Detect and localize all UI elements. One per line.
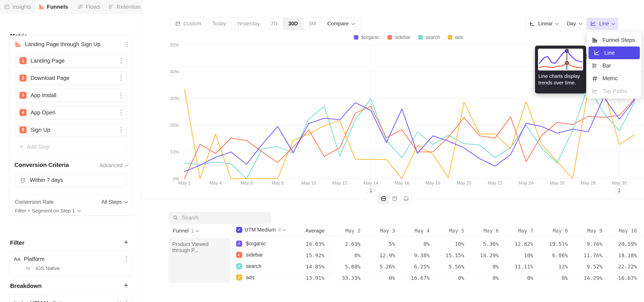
remove-breakdown-icon[interactable]: ✕ xyxy=(117,300,122,302)
menu-item-line[interactable]: Line xyxy=(588,46,640,59)
filter-card[interactable]: Aa Platform Is iOS Native xyxy=(9,251,132,277)
advanced-dropdown[interactable]: Advanced xyxy=(100,162,128,168)
funnel-step-2[interactable]: 2 Download Page xyxy=(15,72,127,84)
filter-segment-label: Filter + Segment on Step 1 xyxy=(15,208,75,214)
row-checkbox[interactable]: ✓ xyxy=(236,252,242,258)
retention-icon xyxy=(108,4,114,10)
row-checkbox[interactable]: ✓ xyxy=(236,240,242,247)
layout-chart-only-button[interactable] xyxy=(389,193,400,204)
layout-table-only-button[interactable] xyxy=(400,193,412,204)
menu-item-bar[interactable]: Bar xyxy=(587,59,641,72)
funnel-header-label: Funnel xyxy=(173,228,189,234)
string-property-icon: Aa xyxy=(20,300,27,302)
calendar-icon xyxy=(175,21,180,26)
step-kebab-icon[interactable] xyxy=(120,57,122,64)
funnel-title-row[interactable]: Landing Page through Sign Up xyxy=(14,39,129,50)
filter-segment-dropdown[interactable]: Filter + Segment on Step 1 xyxy=(15,208,80,214)
funnel-step-4[interactable]: 4 App Open xyxy=(15,106,127,119)
report-tabbar: Insights Funnels Flows Retent xyxy=(0,0,142,14)
legend-item-organic[interactable]: $organic xyxy=(354,34,380,40)
step-number-badge: 5 xyxy=(20,126,26,134)
drag-handle-icon[interactable] xyxy=(14,301,17,302)
funnel-step-1[interactable]: 1 Landing Page xyxy=(15,54,127,67)
table-row-sidebar[interactable]: ✓ sidebar xyxy=(236,249,263,260)
top-paths-icon xyxy=(592,88,598,94)
scale-label: Linear xyxy=(538,21,552,27)
funnel-metric-icon xyxy=(14,41,21,48)
cell-value: 22.22% xyxy=(593,264,637,270)
x-axis-tick: May 14 xyxy=(364,180,378,186)
funnels-icon xyxy=(38,4,44,10)
range-3m[interactable]: 3M xyxy=(304,18,322,30)
range-yesterday[interactable]: Yesterday xyxy=(232,18,266,30)
add-filter-button[interactable]: + xyxy=(124,238,128,246)
breakdown-card[interactable]: Aa UTM Medium ✕ xyxy=(9,294,132,302)
tab-insights[interactable]: Insights xyxy=(0,0,36,14)
funnel-cell[interactable]: Product Viewed through P... xyxy=(168,238,230,283)
scale-dropdown[interactable]: Linear xyxy=(526,18,562,30)
layout-split-button[interactable] xyxy=(378,193,389,204)
chart-legend: $organic sidebar search ads xyxy=(354,34,463,40)
conversion-rate-value: All Steps xyxy=(102,199,122,205)
funnel-kebab-icon[interactable] xyxy=(126,40,129,48)
tab-funnels[interactable]: Funnels xyxy=(36,0,71,14)
menu-item-label: Funnel Steps xyxy=(602,37,635,43)
range-7d[interactable]: 7D xyxy=(265,18,283,30)
table-row-ads[interactable]: ✓ ads xyxy=(236,272,254,283)
breakdown-kebab-icon[interactable] xyxy=(125,299,128,302)
legend-swatch xyxy=(418,35,423,40)
filter-kebab-icon[interactable] xyxy=(125,255,128,263)
table-row-search[interactable]: ✓ search xyxy=(236,260,262,272)
search-input[interactable] xyxy=(182,214,267,221)
row-checkbox[interactable]: ✓ xyxy=(236,263,242,269)
tab-flows[interactable]: Flows xyxy=(71,0,107,14)
chart-type-dropdown[interactable]: Line xyxy=(587,18,618,30)
legend-label: sidebar xyxy=(394,34,410,40)
step-kebab-icon[interactable] xyxy=(120,126,122,134)
legend-label: ads xyxy=(455,34,463,40)
series-line-search xyxy=(184,86,635,179)
funnel-step-3[interactable]: 3 App Install xyxy=(15,89,127,102)
compare-button[interactable]: Compare xyxy=(327,18,355,30)
menu-item-funnel-steps[interactable]: Funnel Steps xyxy=(587,34,641,46)
table-row-organic[interactable]: ✓ $organic xyxy=(236,238,266,249)
menu-item-metric[interactable]: Metric xyxy=(587,72,641,85)
row-divider xyxy=(235,272,644,272)
row-name: ads xyxy=(246,274,254,280)
step-label: Sign Up xyxy=(30,127,116,133)
x-axis-tick: May 20 xyxy=(457,180,472,186)
add-breakdown-button[interactable]: + xyxy=(124,281,128,289)
x-axis-tick: May 18 xyxy=(426,180,440,186)
conversion-rate-dropdown[interactable]: All Steps xyxy=(102,199,127,205)
legend-item-sidebar[interactable]: sidebar xyxy=(388,34,410,40)
chevron-down-icon xyxy=(351,21,355,25)
row-name: search xyxy=(246,263,262,269)
flows-icon xyxy=(77,4,83,10)
granularity-dropdown[interactable]: Day xyxy=(564,18,584,30)
add-step-button[interactable]: + Add Step xyxy=(15,140,127,153)
chart-type-menu: Funnel Steps Line Bar Metric Top Paths xyxy=(586,32,642,99)
step-kebab-icon[interactable] xyxy=(120,92,122,99)
legend-item-ads[interactable]: ads xyxy=(448,34,463,40)
select-all-checkbox[interactable]: ✓ xyxy=(236,227,242,233)
step-kebab-icon[interactable] xyxy=(120,109,122,116)
series-line-sidebar xyxy=(184,98,635,179)
funnel-column-header[interactable]: Funnel 1 xyxy=(173,228,198,234)
funnel-step-5[interactable]: 5 Sign Up xyxy=(15,123,127,136)
range-today[interactable]: Today xyxy=(207,18,232,30)
conversion-window-row[interactable]: Within 7 days xyxy=(15,173,127,187)
range-30d[interactable]: 30D xyxy=(283,18,304,30)
row-checkbox[interactable]: ✓ xyxy=(236,274,242,280)
date-column-header: May 10 xyxy=(593,228,637,234)
x-axis-tick: May 30 xyxy=(612,180,627,186)
range-custom[interactable]: Custom xyxy=(170,18,207,30)
legend-item-search[interactable]: search xyxy=(418,34,440,40)
step-label: Download Page xyxy=(30,75,116,81)
y-axis-tick: 10% xyxy=(170,150,179,154)
step-kebab-icon[interactable] xyxy=(120,74,122,82)
tab-retention[interactable]: Retention xyxy=(107,0,142,14)
funnel-count: 1 xyxy=(191,228,194,234)
step-number-badge: 2 xyxy=(20,74,26,82)
chevron-down-icon xyxy=(125,163,129,167)
tooltip-text: Line charts display trends over time. xyxy=(538,73,584,86)
